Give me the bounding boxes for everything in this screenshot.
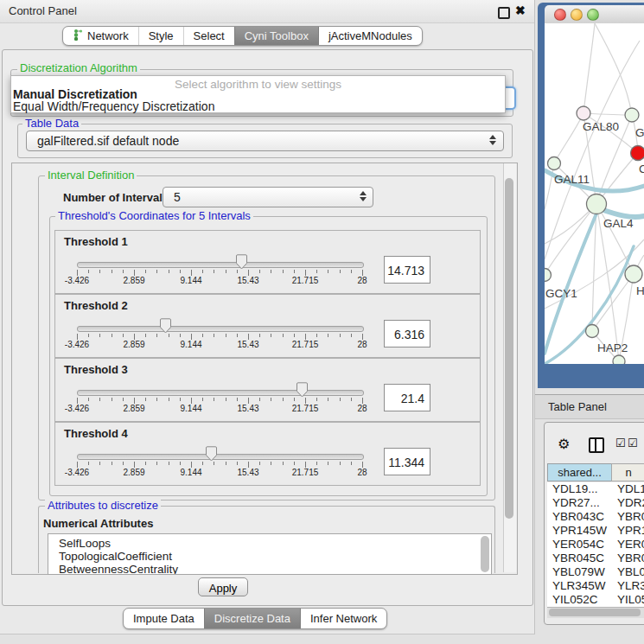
bottom-tab-bar: Impute DataDiscretize DataInfer Network — [123, 608, 387, 629]
table-row[interactable]: YBL079WYBL079W — [547, 565, 644, 579]
slider-tick — [77, 398, 78, 404]
tab-label: Infer Network — [310, 612, 377, 625]
slider-handle[interactable] — [235, 254, 248, 270]
tab-infer-network[interactable]: Infer Network — [300, 609, 386, 628]
node-label-hap2: HAP2 — [597, 341, 628, 354]
slider-tick — [169, 462, 169, 465]
network-canvas[interactable]: GAL80GCGAL11GAL4GCY1HHAP2 — [545, 23, 644, 364]
slider-tick — [237, 462, 238, 465]
slider-tick — [191, 462, 192, 468]
slider-tick-label: 21.715 — [286, 468, 324, 477]
slider-tick — [99, 398, 100, 401]
control-panel-titlebar[interactable]: Control Panel ✖ — [0, 0, 534, 23]
slider-track[interactable] — [77, 326, 364, 332]
slider-track[interactable] — [77, 454, 364, 460]
slider-tick — [248, 270, 249, 276]
settings-scrollbar-thumb[interactable] — [505, 178, 513, 519]
table-row[interactable]: YER054CYER054C — [547, 538, 644, 552]
table-row[interactable]: YIL052CYIL052C — [547, 593, 644, 607]
table-header-shared-name[interactable]: shared... — [547, 463, 612, 481]
threshold-value-box[interactable]: 21.4 — [384, 384, 430, 411]
tab-label: Select — [194, 29, 225, 42]
slider-tick-label: 28 — [343, 340, 381, 349]
slider-handle[interactable] — [296, 382, 309, 398]
table-row[interactable]: YBR045CYBR045C — [547, 552, 644, 565]
threshold-value-box[interactable]: 14.713 — [384, 256, 430, 284]
slider-handle[interactable] — [205, 446, 218, 462]
slider-track[interactable] — [77, 262, 364, 268]
tab-impute-data[interactable]: Impute Data — [124, 609, 204, 628]
tab-jactivemnodules[interactable]: jActiveMNodules — [318, 27, 422, 45]
slider-tick-label: 9.144 — [172, 276, 210, 285]
table-hscrollbar-thumb[interactable] — [549, 609, 641, 616]
checkbox-checked-icon-2[interactable]: ☑ — [628, 437, 638, 450]
minimize-traffic-light-icon[interactable] — [571, 9, 583, 21]
slider-tick — [99, 270, 100, 273]
slider-tick-label: 2.859 — [115, 404, 153, 413]
node-red — [631, 146, 644, 161]
table-hscrollbar-track[interactable] — [547, 607, 644, 618]
table-header-name[interactable]: n — [611, 463, 644, 481]
node-gal4 — [587, 194, 607, 214]
table-row[interactable]: YPR145WYPR145W — [547, 524, 644, 538]
table-data-combobox[interactable]: galFiltered.sif default node — [26, 131, 504, 151]
network-window-titlebar[interactable] — [545, 5, 644, 24]
slider-tick — [283, 462, 284, 465]
table-cell-shared-name: YDR27... — [552, 496, 600, 510]
tab-select[interactable]: Select — [183, 27, 234, 45]
threshold-title: Threshold 2 — [64, 299, 128, 312]
slider-tick — [180, 334, 181, 337]
slider-tick — [214, 462, 214, 465]
list-scrollbar-thumb[interactable] — [481, 536, 489, 572]
slider-tick — [237, 398, 238, 401]
tab-cyni-toolbox[interactable]: Cyni Toolbox — [234, 27, 318, 45]
apply-button[interactable]: Apply — [198, 577, 248, 596]
list-item-selfloops[interactable]: SelfLoops — [59, 537, 111, 550]
slider-tick — [362, 462, 363, 468]
gear-icon[interactable]: ⚙ — [558, 436, 570, 452]
tab-network[interactable]: Network — [63, 27, 138, 45]
checkbox-checked-icon[interactable]: ☑ — [615, 437, 626, 450]
table-panel-titlebar[interactable]: Table Panel — [535, 394, 644, 419]
column-layout-icon[interactable] — [589, 437, 604, 453]
list-item-betweennesscentrality[interactable]: BetweennessCentrality — [59, 563, 178, 575]
threshold-title: Threshold 1 — [64, 235, 128, 248]
number-of-intervals-spinner[interactable]: 5 — [163, 187, 373, 207]
slider-track[interactable] — [77, 390, 364, 396]
table-cell-shared-name: YBR045C — [552, 552, 604, 565]
slider-tick — [259, 462, 260, 465]
slider-tick — [88, 462, 89, 465]
table-row[interactable]: YLR345WYLR345W — [547, 579, 644, 593]
zoom-traffic-light-icon[interactable] — [587, 9, 599, 21]
threshold-title: Threshold 4 — [64, 427, 128, 440]
threshold-value-box[interactable]: 11.344 — [384, 448, 430, 475]
numerical-attributes-list[interactable]: SelfLoopsTopologicalCoefficientBetweenne… — [48, 533, 492, 575]
slider-tick — [328, 462, 328, 465]
slider-tick-label: 21.715 — [286, 276, 324, 285]
list-item-topologicalcoefficient[interactable]: TopologicalCoefficient — [59, 550, 172, 563]
table-row[interactable]: YDL19...YDL19... — [547, 482, 644, 496]
slider-tick — [271, 398, 271, 401]
tab-style[interactable]: Style — [138, 27, 183, 45]
slider-tick — [99, 462, 100, 465]
table-data-label: Table Data — [22, 118, 81, 130]
table-row[interactable]: YDR27...YDR27... — [547, 496, 644, 510]
close-icon[interactable]: ✖ — [515, 3, 526, 17]
slider-tick — [191, 334, 192, 340]
slider-tick — [340, 334, 341, 337]
slider-tick — [316, 334, 317, 337]
close-traffic-light-icon[interactable] — [554, 9, 566, 21]
slider-tick — [123, 462, 124, 465]
slider-tick-label: 2.859 — [115, 276, 153, 285]
slider-tick — [214, 334, 214, 337]
float-window-icon[interactable] — [498, 7, 510, 19]
slider-tick — [283, 334, 284, 337]
threshold-value-box[interactable]: 6.316 — [384, 320, 430, 348]
slider-tick — [305, 398, 306, 404]
slider-handle[interactable] — [159, 318, 172, 334]
table-row[interactable]: YBR043CYBR043C — [547, 510, 644, 524]
slider-tick-label: 15.43 — [229, 276, 267, 285]
algorithm-option-equal-width[interactable]: Equal Width/Frequency Discretization — [13, 99, 214, 113]
threshold-title: Threshold 3 — [64, 363, 128, 376]
tab-discretize-data[interactable]: Discretize Data — [204, 609, 300, 628]
